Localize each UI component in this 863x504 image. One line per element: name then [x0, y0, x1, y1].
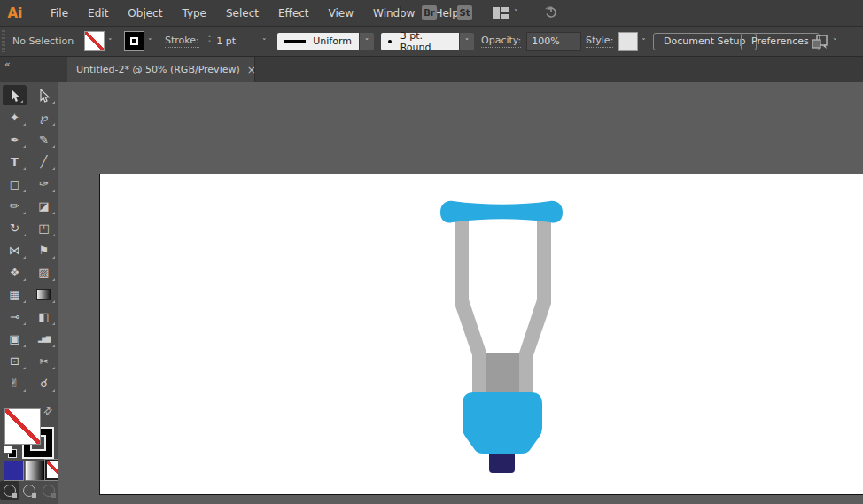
menu-effect[interactable]: Effect [268, 7, 319, 19]
tool-paintbrush[interactable]: ✑ [29, 173, 58, 195]
default-fill-stroke-icon[interactable] [4, 445, 17, 458]
fill-indicator-swatch[interactable] [4, 408, 41, 445]
chevron-down-icon[interactable]: ˅ [459, 33, 474, 50]
stroke-profile-preview [284, 40, 306, 43]
tool-selection[interactable] [3, 85, 27, 105]
opacity-label[interactable]: Opacity: [481, 35, 521, 48]
crutch-arm-pad[interactable] [440, 201, 563, 223]
tool-scale[interactable]: ◳ [29, 217, 58, 239]
brush-dropdown[interactable]: 3 pt. Round ˅ [381, 27, 474, 56]
chevron-down-icon[interactable]: ˅ [359, 33, 374, 50]
menu-object[interactable]: Object [118, 7, 172, 19]
canvas-area[interactable] [58, 82, 863, 504]
tool-lasso[interactable]: ℘ [29, 106, 58, 128]
tool-magic-wand[interactable]: ✦ [0, 106, 29, 128]
chevron-down-icon[interactable]: ˅ [833, 37, 837, 46]
tool-blend[interactable]: ◧ [29, 306, 58, 328]
tool-gradient[interactable] [29, 283, 58, 306]
fill-none-swatch[interactable] [84, 31, 105, 51]
swap-fill-stroke-icon[interactable]: ⇄ [41, 403, 56, 418]
stock-button[interactable]: St [457, 5, 472, 20]
chevron-down-icon[interactable]: ˅ [148, 37, 152, 46]
opacity-field[interactable]: 100% [526, 32, 581, 51]
stepper-down-icon[interactable]: ˅ [208, 42, 212, 46]
draw-inside-button[interactable] [39, 481, 58, 500]
document-tab-bar: « Untitled-2* @ 50% (RGB/Preview) × [0, 57, 863, 83]
tool-hand[interactable]: ✌ [0, 372, 29, 394]
drawing-modes [0, 481, 58, 500]
stroke-color-control[interactable]: ˅ [124, 27, 152, 56]
tool-curvature[interactable]: ✎ [29, 128, 58, 151]
workspace-switcher-button[interactable]: ˅ [493, 7, 518, 19]
draw-normal-button[interactable] [0, 481, 19, 500]
illustrator-logo: Ai [0, 5, 30, 21]
tool-symbol-sprayer[interactable]: ▣ [0, 328, 29, 350]
crutch-right-leg[interactable] [519, 218, 551, 393]
tool-perspective-grid[interactable]: ▨ [29, 261, 58, 283]
chevron-down-icon: ˅ [514, 9, 518, 17]
arrange-control[interactable]: ˅ [812, 27, 837, 56]
width-profile-dropdown[interactable]: Uniform ˅ [277, 27, 374, 56]
control-bar: No Selection ˅ ˅ Stroke: ˄ ˅ 1 pt ˅ Unif… [0, 27, 863, 57]
selection-status: No Selection [12, 27, 74, 56]
stroke-label[interactable]: Stroke: [165, 35, 199, 48]
tool-eraser[interactable]: ◪ [29, 195, 58, 217]
menu-type[interactable]: Type [172, 7, 216, 19]
draw-normal-icon [4, 485, 16, 497]
collapse-panel-icon[interactable]: « [4, 58, 11, 70]
tool-eyedropper[interactable]: ⊸ [0, 306, 29, 328]
crutch-grip[interactable] [463, 392, 542, 454]
default-fill-chip [4, 445, 12, 454]
tool-zoom[interactable]: ☌ [29, 372, 58, 394]
power-icon[interactable] [542, 4, 557, 22]
tool-shape-builder[interactable]: ❖ [0, 261, 29, 283]
menu-edit[interactable]: Edit [78, 7, 118, 19]
document-tab[interactable]: Untitled-2* @ 50% (RGB/Preview) × [67, 57, 255, 82]
stroke-weight-control: Stroke: ˄ ˅ 1 pt ˅ [165, 27, 267, 56]
tools-panel: ✦℘✒✎T╱□✑✏◪↻◳⋈⚑❖▨▦⊸◧▣▂▅▇⊡✂✌☌ ⇄ [0, 82, 58, 504]
tool-puppet-warp[interactable]: ⚑ [29, 239, 58, 261]
tool-pencil[interactable]: ✏ [0, 195, 29, 217]
style-label[interactable]: Style: [586, 35, 613, 48]
stroke-weight-value[interactable]: 1 pt [216, 35, 236, 47]
menu-select[interactable]: Select [216, 7, 268, 19]
menu-view[interactable]: View [319, 7, 363, 19]
preferences-button[interactable]: Preferences [741, 33, 820, 50]
chevron-down-icon[interactable]: ˅ [262, 37, 267, 46]
stroke-weight-stepper[interactable]: ˄ ˅ [208, 37, 212, 46]
chevron-down-icon[interactable]: ˅ [108, 37, 113, 46]
chevron-down-icon[interactable]: ˅ [641, 37, 646, 46]
workspace-grid-icon [493, 7, 509, 19]
bridge-button[interactable]: Br [422, 5, 437, 20]
opacity-control: Opacity: 100% › [481, 27, 593, 56]
tool-mesh[interactable]: ▦ [0, 283, 29, 306]
tool-line-segment[interactable]: ╱ [29, 151, 58, 173]
crutch-tip[interactable] [489, 454, 515, 473]
tool-grid: ✦℘✒✎T╱□✑✏◪↻◳⋈⚑❖▨▦⊸◧▣▂▅▇⊡✂✌☌ [0, 84, 58, 394]
color-button[interactable] [4, 461, 24, 481]
tool-slice[interactable]: ✂ [29, 350, 58, 372]
tool-pen[interactable]: ✒ [0, 128, 29, 151]
tool-width[interactable]: ⋈ [0, 239, 29, 261]
crutch-center-column[interactable] [484, 353, 521, 393]
brush-preview-dot [388, 40, 392, 43]
stroke-color-swatch[interactable] [124, 31, 144, 51]
gradient-button[interactable] [25, 461, 45, 481]
fill-color-control[interactable]: ˅ [84, 27, 113, 56]
draw-behind-icon [23, 485, 35, 497]
tool-artboard[interactable]: ⊡ [0, 350, 29, 372]
artwork-crutch[interactable] [58, 82, 863, 504]
menu-file[interactable]: File [41, 7, 78, 19]
draw-behind-button[interactable] [19, 481, 39, 500]
tool-rotate[interactable]: ↻ [0, 217, 29, 239]
close-tab-icon[interactable]: × [240, 64, 256, 76]
arrange-icon [812, 34, 829, 50]
tool-rectangle[interactable]: □ [0, 173, 29, 195]
style-swatch[interactable] [618, 32, 638, 51]
tool-direct-selection[interactable] [29, 84, 58, 106]
tool-column-graph[interactable]: ▂▅▇ [29, 328, 58, 350]
tool-type[interactable]: T [0, 151, 29, 173]
profile-value: Uniform [313, 35, 352, 47]
crutch-left-leg[interactable] [455, 218, 486, 393]
menubar: Ai FileEditObjectTypeSelectEffectViewWin… [0, 0, 863, 27]
